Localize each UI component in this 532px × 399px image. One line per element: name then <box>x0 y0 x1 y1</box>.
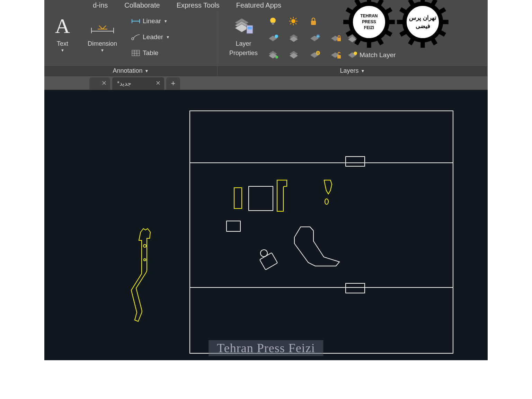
svg-rect-85 <box>190 111 453 353</box>
menu-collaborate[interactable]: Collaborate <box>124 1 160 9</box>
chevron-down-icon: ▼ <box>361 69 365 73</box>
table-icon <box>129 49 143 57</box>
svg-rect-69 <box>337 38 341 41</box>
svg-rect-91 <box>227 221 240 231</box>
svg-line-57 <box>295 18 296 19</box>
chevron-down-icon: ▼ <box>100 48 104 52</box>
svg-rect-80 <box>337 55 341 59</box>
match-layer-button[interactable]: Match Layer <box>346 49 396 61</box>
layer-properties-icon <box>231 16 256 36</box>
close-icon[interactable]: ✕ <box>101 79 107 87</box>
menu-addins[interactable]: d-ins <box>93 1 108 9</box>
svg-rect-88 <box>346 157 365 166</box>
logo-text-1: TEHRAN PRESS <box>353 13 385 25</box>
layer-properties-label-2: Properties <box>229 50 258 57</box>
layer-make-current-icon[interactable] <box>268 50 279 60</box>
svg-point-84 <box>354 52 357 55</box>
svg-rect-92 <box>260 253 278 270</box>
file-tab-strip: ✕ جدید* ✕ + <box>44 76 488 90</box>
svg-rect-14 <box>420 0 425 4</box>
logo-text-1: تهران پرس <box>409 14 436 22</box>
svg-rect-58 <box>311 21 316 25</box>
chevron-down-icon: ▼ <box>166 35 170 39</box>
panel-title-layers[interactable]: Layers▼ <box>218 65 487 76</box>
leader-icon <box>129 33 143 41</box>
logo-text-2: فیضی <box>416 22 430 30</box>
svg-rect-1 <box>367 0 371 4</box>
layer-bulb-on-icon[interactable] <box>268 16 278 27</box>
layer-freeze-icon[interactable] <box>289 34 300 43</box>
svg-point-97 <box>144 259 146 261</box>
chevron-down-icon: ▼ <box>164 19 168 23</box>
layer-isolate-icon[interactable] <box>310 34 321 43</box>
layer-properties-label-1: Layer <box>236 40 251 47</box>
layer-lock-icon[interactable] <box>308 16 319 27</box>
svg-rect-37 <box>132 50 140 56</box>
svg-line-54 <box>290 18 291 19</box>
svg-point-60 <box>275 35 278 38</box>
logo-gear-fa: تهران پرسفیضی <box>396 0 450 49</box>
svg-rect-17 <box>441 20 449 24</box>
file-tab-0[interactable]: ✕ <box>89 77 110 90</box>
svg-line-30 <box>103 26 106 29</box>
svg-point-93 <box>259 248 268 258</box>
match-layer-label: Match Layer <box>360 51 396 59</box>
dimension-button[interactable]: Dimension ▼ <box>77 12 127 52</box>
svg-point-49 <box>291 19 295 23</box>
svg-rect-4 <box>387 20 395 24</box>
plus-icon: + <box>171 79 176 88</box>
layer-match-icon[interactable] <box>289 50 300 60</box>
dimension-icon <box>89 17 116 35</box>
svg-rect-16 <box>397 20 405 24</box>
tab-label: جدید* <box>117 80 131 87</box>
panel-title-annotation[interactable]: Annotation▼ <box>44 65 217 76</box>
leader-button[interactable]: Leader ▼ <box>129 31 170 43</box>
layer-sun-icon[interactable] <box>288 16 299 27</box>
menu-express-tools[interactable]: Express Tools <box>177 1 220 9</box>
table-label: Table <box>143 49 158 57</box>
leader-label: Leader <box>143 33 163 41</box>
layer-unlock-icon[interactable] <box>330 50 342 60</box>
linear-button[interactable]: Linear ▼ <box>129 15 170 27</box>
svg-point-47 <box>270 18 276 23</box>
svg-line-55 <box>295 23 296 24</box>
svg-rect-15 <box>420 40 425 48</box>
layer-tools-grid <box>266 12 344 64</box>
svg-rect-89 <box>346 283 365 293</box>
svg-rect-48 <box>272 23 274 25</box>
text-button[interactable]: A Text ▼ <box>48 12 77 52</box>
close-icon[interactable]: ✕ <box>156 79 161 87</box>
logo-text-2: FEIZI <box>364 25 374 31</box>
dimension-label: Dimension <box>88 40 117 47</box>
match-layer-icon <box>346 51 360 60</box>
layer-off-icon[interactable] <box>268 34 279 43</box>
brand-logos: TEHRAN PRESSFEIZI تهران پرسفیضی <box>342 0 450 49</box>
chevron-down-icon: ▼ <box>145 69 149 73</box>
svg-rect-90 <box>249 186 273 211</box>
layer-new-icon[interactable] <box>310 50 321 60</box>
svg-line-29 <box>99 26 103 29</box>
layer-properties-button[interactable]: Layer Properties <box>221 12 266 57</box>
layer-lock-small-icon[interactable] <box>330 34 342 43</box>
linear-icon <box>129 17 143 25</box>
svg-point-72 <box>275 56 278 59</box>
svg-rect-46 <box>248 27 252 29</box>
text-icon: A <box>55 14 70 38</box>
panel-annotation: A Text ▼ Dimension ▼ Linear ▼ <box>44 10 218 76</box>
menu-featured-apps[interactable]: Featured Apps <box>236 1 281 9</box>
svg-point-96 <box>143 245 146 247</box>
svg-rect-94 <box>234 188 242 209</box>
table-button[interactable]: Table <box>129 47 170 59</box>
svg-rect-3 <box>343 20 351 24</box>
chevron-down-icon: ▼ <box>61 48 64 52</box>
svg-point-95 <box>325 199 328 204</box>
svg-rect-2 <box>367 40 371 48</box>
file-tab-1[interactable]: جدید* ✕ <box>112 77 164 90</box>
text-label: Text <box>57 40 68 47</box>
watermark-text: Tehran Press Feizi <box>209 340 323 356</box>
drawing-canvas[interactable]: Tehran Press Feizi <box>44 90 488 360</box>
svg-line-56 <box>290 23 291 24</box>
new-tab-button[interactable]: + <box>166 77 180 90</box>
logo-gear-en: TEHRAN PRESSFEIZI <box>342 0 396 49</box>
linear-label: Linear <box>143 17 161 25</box>
